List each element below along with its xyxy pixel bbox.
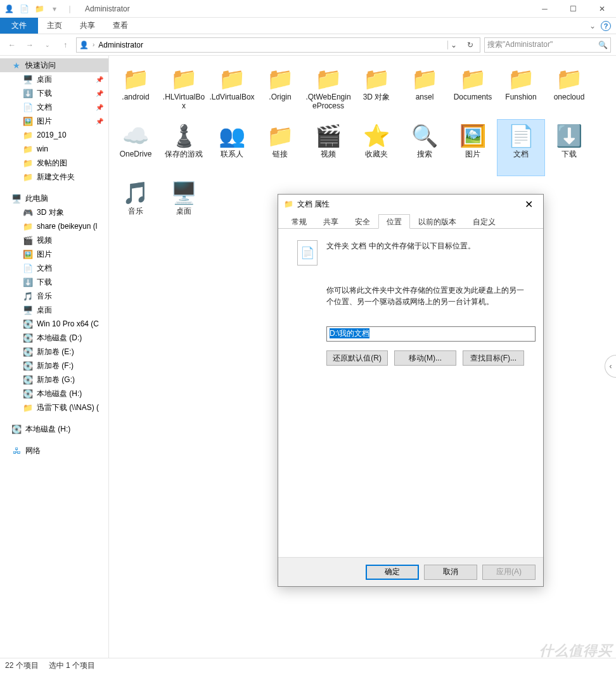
sidebar-item[interactable]: 📁迅雷下载 (\\NAS) ( xyxy=(0,401,108,414)
sidebar-item[interactable]: 📁发帖的图 xyxy=(0,156,108,170)
folder-item[interactable]: 📁onecloud xyxy=(545,62,593,119)
sidebar-item[interactable]: 🖼️图片📌 xyxy=(0,114,108,128)
folder-item[interactable]: ♟️保存的游戏 xyxy=(160,119,208,176)
tab-home[interactable]: 主页 xyxy=(38,18,71,34)
close-button[interactable]: ✕ xyxy=(587,0,616,18)
dialog-tab[interactable]: 安全 xyxy=(347,214,378,229)
sidebar-item[interactable]: 📄文档📌 xyxy=(0,100,108,114)
folder-item[interactable]: 📁.Origin xyxy=(256,62,304,119)
sidebar-item[interactable]: 💽本地磁盘 (D:) xyxy=(0,331,108,345)
folder-item[interactable]: ☁️OneDrive xyxy=(112,119,160,176)
search-placeholder: 搜索"Administrator" xyxy=(487,39,553,50)
folder-icon: 📁 xyxy=(33,3,46,15)
folder-item[interactable]: 📁.QtWebEngineProcess xyxy=(304,62,352,119)
breadcrumb[interactable]: Administrator xyxy=(98,41,143,49)
sidebar-item[interactable]: 💽新加卷 (F:) xyxy=(0,359,108,373)
ok-button[interactable]: 确定 xyxy=(366,565,419,580)
sidebar-item[interactable]: 💽新加卷 (G:) xyxy=(0,373,108,387)
user-icon: 👤 xyxy=(79,41,89,49)
sidebar-item[interactable]: 🎵音乐 xyxy=(0,289,108,303)
apply-button[interactable]: 应用(A) xyxy=(482,565,536,580)
folder-item[interactable]: 🎬视频 xyxy=(304,119,352,176)
sidebar-item-label: 桌面 xyxy=(37,74,52,85)
sidebar-item[interactable]: ⬇️下载 xyxy=(0,275,108,289)
dialog-description-1: 文件夹 文档 中的文件存储于以下目标位置。 xyxy=(326,240,475,252)
sidebar-item[interactable]: 💽本地磁盘 (H:) xyxy=(0,387,108,401)
recent-dropdown[interactable]: ⌄ xyxy=(41,38,55,52)
sidebar-item[interactable]: 🖥️桌面📌 xyxy=(0,72,108,86)
item-icon: 📁 xyxy=(23,221,33,231)
sidebar-drive-extra[interactable]: 💽 本地磁盘 (H:) xyxy=(0,422,108,436)
sidebar-item[interactable]: 📁2019_10 xyxy=(0,128,108,142)
dialog-close-button[interactable]: ✕ xyxy=(520,197,538,212)
sidebar-item[interactable]: 🖼️图片 xyxy=(0,247,108,261)
sidebar-item[interactable]: 📁share (beikeyun (l xyxy=(0,219,108,233)
sidebar-quick-access[interactable]: ★ 快速访问 xyxy=(0,58,108,72)
restore-default-button[interactable]: 还原默认值(R) xyxy=(326,350,388,366)
sidebar-item[interactable]: 📄文档 xyxy=(0,261,108,275)
cancel-button[interactable]: 取消 xyxy=(424,565,477,580)
folder-item[interactable]: 📁链接 xyxy=(256,119,304,176)
sidebar-item[interactable]: 📁新建文件夹 xyxy=(0,170,108,184)
folder-label: 保存的游戏 xyxy=(165,150,203,158)
folder-item[interactable]: 🖥️桌面 xyxy=(160,176,208,233)
folder-label: Documents xyxy=(454,93,492,101)
folder-item[interactable]: 📁Documents xyxy=(449,62,497,119)
ribbon-expand-icon[interactable]: ⌄ xyxy=(589,22,596,30)
sidebar-item-label: win xyxy=(37,144,48,153)
sidebar-item[interactable]: 🎬视频 xyxy=(0,233,108,247)
folder-item[interactable]: 🖼️图片 xyxy=(449,119,497,176)
search-input[interactable]: 搜索"Administrator" 🔍 xyxy=(484,37,611,53)
item-count: 22 个项目 xyxy=(5,660,39,671)
dialog-tab[interactable]: 常规 xyxy=(283,214,315,229)
address-dropdown-icon[interactable]: ⌄ xyxy=(447,41,459,49)
sidebar-item-label: 本地磁盘 (H:) xyxy=(37,388,82,399)
folder-label: 文档 xyxy=(513,150,529,158)
dialog-tab[interactable]: 自定义 xyxy=(465,214,504,229)
folder-item[interactable]: ⭐收藏夹 xyxy=(352,119,401,176)
path-input[interactable]: D:\我的文档 xyxy=(326,326,536,342)
folder-item[interactable]: 📁Funshion xyxy=(497,62,545,119)
user-icon: 👤 xyxy=(3,3,15,15)
minimize-button[interactable]: ─ xyxy=(530,0,559,18)
folder-item[interactable]: 🔍搜索 xyxy=(401,119,449,176)
folder-item[interactable]: 📁3D 对象 xyxy=(352,62,401,119)
folder-label: 联系人 xyxy=(221,150,243,158)
pin-icon: 📌 xyxy=(96,76,103,83)
dialog-tab[interactable]: 位置 xyxy=(378,214,410,229)
maximize-button[interactable]: ☐ xyxy=(559,0,587,18)
up-button[interactable]: ↑ xyxy=(58,38,72,52)
sidebar-item[interactable]: 🖥️桌面 xyxy=(0,303,108,317)
tab-view[interactable]: 查看 xyxy=(104,18,137,34)
sidebar-item[interactable]: 💽新加卷 (E:) xyxy=(0,345,108,359)
folder-item[interactable]: 📁.android xyxy=(112,62,160,119)
item-icon: 🖼️ xyxy=(23,249,33,259)
forward-button[interactable]: → xyxy=(23,38,37,52)
move-button[interactable]: 移动(M)... xyxy=(394,350,456,366)
folder-item[interactable]: 📄文档 xyxy=(497,119,545,176)
sidebar-item[interactable]: 📁win xyxy=(0,142,108,156)
tab-file[interactable]: 文件 xyxy=(0,18,38,34)
folder-item[interactable]: 📁.LdVirtualBox xyxy=(208,62,256,119)
help-icon[interactable]: ? xyxy=(601,21,611,31)
sidebar-item[interactable]: 💽Win 10 Pro x64 (C xyxy=(0,317,108,331)
dialog-tab[interactable]: 共享 xyxy=(315,214,347,229)
sidebar-network[interactable]: 🖧 网络 xyxy=(0,444,108,458)
folder-label: 3D 对象 xyxy=(363,93,390,101)
dialog-tabs: 常规共享安全位置以前的版本自定义 xyxy=(278,214,543,229)
folder-item[interactable]: 🎵音乐 xyxy=(112,176,160,233)
folder-item[interactable]: 📁ansel xyxy=(401,62,449,119)
dialog-tab[interactable]: 以前的版本 xyxy=(410,214,465,229)
refresh-icon[interactable]: ↻ xyxy=(463,41,477,49)
back-button[interactable]: ← xyxy=(5,38,19,52)
folder-item[interactable]: ⬇️下载 xyxy=(545,119,593,176)
sidebar-item[interactable]: 🎮3D 对象 xyxy=(0,205,108,219)
folder-item[interactable]: 📁.HLVirtualBox xyxy=(160,62,208,119)
folder-item[interactable]: 👥联系人 xyxy=(208,119,256,176)
sidebar-item[interactable]: ⬇️下载📌 xyxy=(0,86,108,100)
find-target-button[interactable]: 查找目标(F)... xyxy=(463,350,524,366)
tab-share[interactable]: 共享 xyxy=(71,18,104,34)
sidebar-this-pc[interactable]: 🖥️ 此电脑 xyxy=(0,191,108,205)
sidebar-item-label: 下载 xyxy=(37,88,52,99)
address-field[interactable]: 👤 › Administrator ⌄ ↻ xyxy=(76,37,480,53)
